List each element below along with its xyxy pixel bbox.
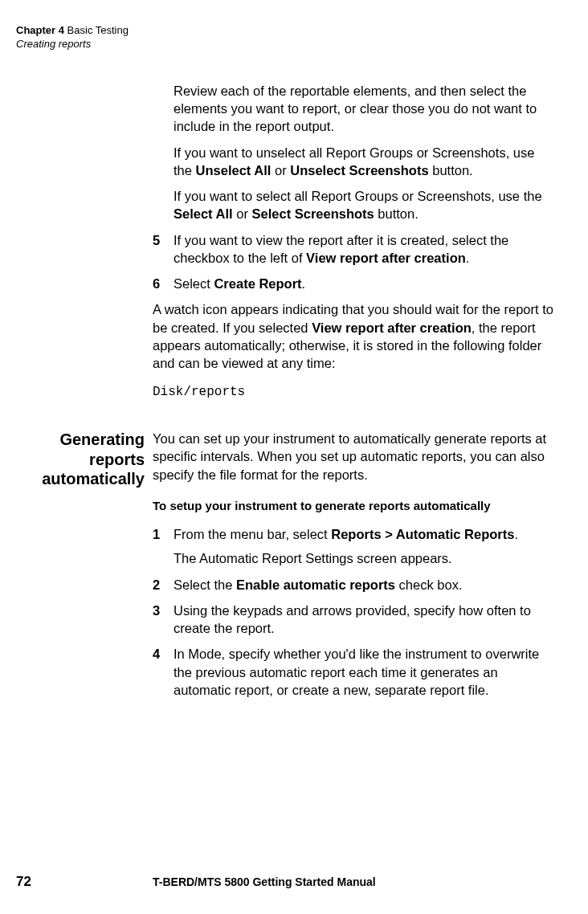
page-header: Chapter 4 Basic Testing Creating reports <box>16 24 556 51</box>
step-number: 1 <box>153 525 174 568</box>
step-number: 5 <box>153 231 174 267</box>
auto-step-1: 1 From the menu bar, select Reports > Au… <box>153 525 556 568</box>
unselect-paragraph: If you want to unselect all Report Group… <box>174 144 556 180</box>
watch-paragraph: A watch icon appears indicating that you… <box>153 300 556 372</box>
section2-subhead: To setup your instrument to generate rep… <box>153 498 556 514</box>
step-number: 4 <box>153 645 174 699</box>
chapter-label: Chapter 4 <box>16 24 64 36</box>
page-footer: 72 T-BERD/MTS 5800 Getting Started Manua… <box>16 874 556 890</box>
step-number: 3 <box>153 602 174 638</box>
disk-path: Disk/reports <box>153 384 556 402</box>
select-paragraph: If you want to select all Report Groups … <box>174 187 556 223</box>
step-5: 5 If you want to view the report after i… <box>153 231 556 267</box>
header-section: Creating reports <box>16 38 556 51</box>
footer-title: T-BERD/MTS 5800 Getting Started Manual <box>153 875 376 888</box>
section2-intro: You can set up your instrument to automa… <box>153 430 556 484</box>
review-paragraph: Review each of the reportable elements, … <box>174 82 556 136</box>
step-number: 6 <box>153 275 174 292</box>
section-heading-generating: Generating reports automatically <box>16 430 153 489</box>
auto-step-2: 2 Select the Enable automatic reports ch… <box>153 576 556 594</box>
auto-step-3: 3 Using the keypads and arrows provided,… <box>153 602 556 638</box>
chapter-title-text: Basic Testing <box>67 24 129 36</box>
auto-step-1-sub: The Automatic Report Settings screen app… <box>174 549 556 567</box>
auto-step-4: 4 In Mode, specify whether you'd like th… <box>153 645 556 699</box>
step-6: 6 Select Create Report. <box>153 275 556 292</box>
page-number: 72 <box>16 874 153 890</box>
step-number: 2 <box>153 576 174 594</box>
